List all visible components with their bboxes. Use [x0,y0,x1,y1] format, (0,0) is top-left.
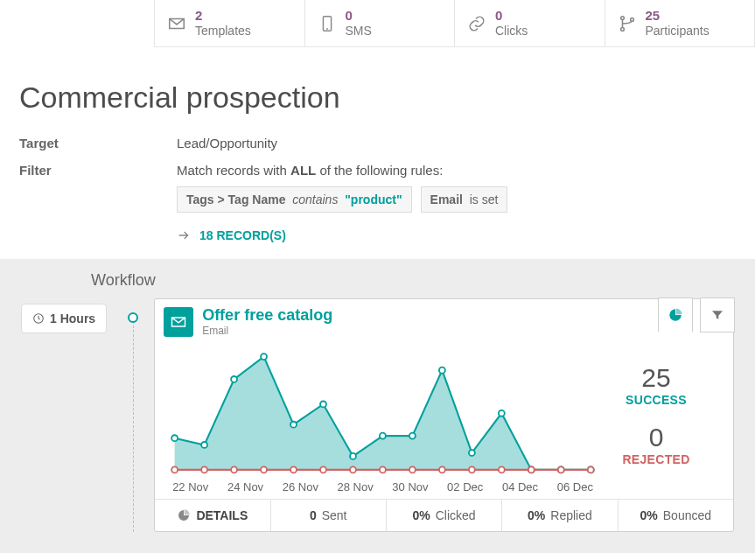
svg-point-9 [261,354,267,360]
svg-point-13 [380,433,386,439]
svg-point-23 [231,466,237,472]
svg-point-35 [588,466,594,472]
filter-bold: ALL [290,163,316,178]
reject-value: 0 [602,423,710,452]
svg-point-16 [469,450,475,456]
svg-point-7 [201,442,207,448]
stat-label: Participants [646,24,710,38]
main-content: Commercial prospection Target Lead/Oppor… [0,47,755,245]
delay-badge[interactable]: 1 Hours [21,304,107,333]
link-icon [467,14,486,33]
svg-point-33 [528,466,535,472]
target-label: Target [19,136,177,150]
stat-value: 25 [646,8,710,24]
stats-tab-button[interactable] [658,298,693,332]
stat-value: 0 [346,8,372,24]
svg-point-24 [261,466,267,472]
filter-tab-button[interactable] [700,298,735,332]
stat-templates[interactable]: 2 Templates [154,0,304,46]
success-value: 25 [602,363,710,393]
stat-value: 0 [495,8,528,24]
step-title[interactable]: Offer free catalog [202,306,332,325]
stat-sms[interactable]: 0 SMS [304,0,455,46]
filter-prefix: Match records with [177,163,290,178]
funnel-icon [710,308,724,322]
stat-label: Clicks [495,24,528,38]
page-title: Commercial prospection [19,80,736,115]
filter-text: Match records with ALL of the following … [177,163,736,178]
x-axis-label: 06 Dec [557,480,593,494]
metric-sent[interactable]: 0 Sent [271,500,387,531]
metric-clicked[interactable]: 0% Clicked [387,500,502,531]
svg-point-30 [439,466,445,472]
chip-field: Tags > Tag Name [186,192,285,206]
svg-point-21 [171,466,178,472]
filter-row: Filter Match records with ALL of the fol… [19,163,736,245]
stats-bar: 2 Templates 0 SMS 0 Clicks 25 Participan… [154,0,755,47]
svg-point-27 [350,466,356,472]
x-axis-label: 22 Nov [172,480,208,494]
metric-replied[interactable]: 0% Replied [502,500,618,531]
stat-label: SMS [346,24,372,38]
filter-chip-email[interactable]: Email is set [421,186,508,213]
svg-point-31 [469,466,475,472]
records-count: 18 RECORD(S) [199,228,286,242]
target-value: Lead/Opportunity [177,136,736,150]
svg-point-34 [558,466,564,472]
stat-value: 2 [195,8,251,24]
svg-point-22 [201,466,207,472]
x-axis-label: 30 Nov [392,480,428,494]
target-row: Target Lead/Opportunity [19,136,736,150]
participants-chart: 22 Nov24 Nov26 Nov28 Nov30 Nov02 Dec04 D… [171,353,595,494]
x-axis-label: 02 Dec [447,480,483,494]
step-subtitle: Email [202,325,332,337]
details-label: DETAILS [196,508,248,522]
details-button[interactable]: DETAILS [155,500,270,531]
stat-label: Templates [195,24,251,38]
chip-value: "product" [345,192,402,206]
svg-point-15 [439,368,445,374]
filter-chip-tags[interactable]: Tags > Tag Name contains "product" [177,186,412,213]
clock-icon [32,312,45,325]
x-axis-label: 24 Nov [227,480,263,494]
stat-participants[interactable]: 25 Participants [605,0,756,46]
reject-label: REJECTED [602,452,710,466]
delay-text: 1 Hours [50,312,95,326]
metric-value: 0% [640,508,658,522]
svg-point-8 [231,376,237,382]
svg-point-28 [380,466,386,472]
email-step-icon [164,307,193,337]
metric-label: Bounced [663,508,711,522]
mail-icon [167,14,186,33]
pie-chart-icon [177,508,191,522]
mail-icon [170,313,187,331]
metric-label: Clicked [436,508,476,522]
svg-point-12 [350,453,356,459]
svg-point-32 [499,466,505,472]
metric-value: 0% [528,508,545,522]
records-link[interactable]: 18 RECORD(S) [177,228,286,242]
filter-label: Filter [19,163,177,178]
svg-point-17 [499,410,505,416]
metric-bounced[interactable]: 0% Bounced [619,500,733,531]
mobile-icon [318,14,337,33]
svg-point-26 [320,466,326,472]
svg-point-6 [171,435,178,441]
chip-op: is set [470,192,499,206]
metric-label: Sent [322,508,347,522]
x-axis-label: 04 Dec [502,480,538,494]
x-axis-label: 28 Nov [338,480,374,494]
workflow-section: Workflow 1 Hours Offer free [0,259,755,553]
arrow-right-icon [177,228,191,242]
workflow-heading: Workflow [91,271,734,290]
stat-clicks[interactable]: 0 Clicks [454,0,605,46]
workflow-timeline [133,321,134,532]
branch-icon [618,14,637,33]
svg-point-25 [290,466,297,472]
timeline-node-icon [128,312,138,323]
svg-point-14 [409,433,416,439]
success-label: SUCCESS [602,393,710,407]
workflow-step-card: Offer free catalog Email 22 Nov24 Nov26 … [154,298,734,532]
filter-suffix: of the following rules: [316,163,443,178]
chip-op: contains [292,192,338,206]
